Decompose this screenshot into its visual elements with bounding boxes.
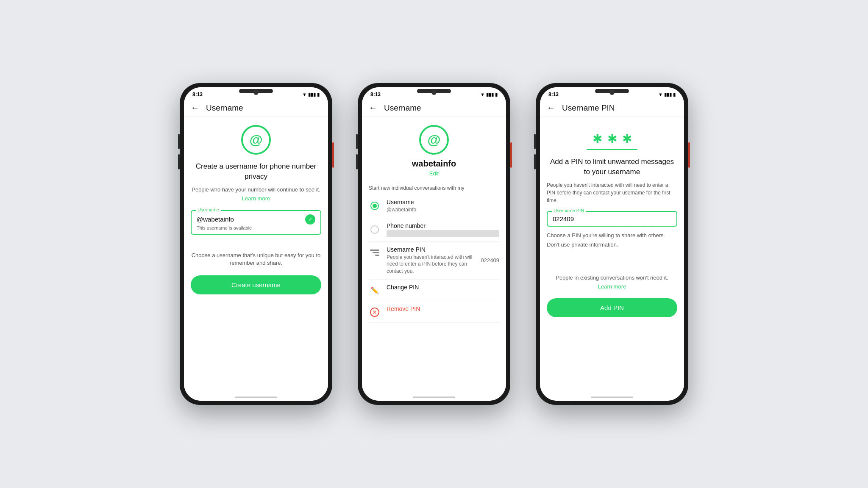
status-icons-2: ▼ ▮▮▮ ▮ <box>480 92 498 97</box>
username-input-label: Username <box>196 207 221 212</box>
setting-name-phone: Phone number <box>387 222 499 229</box>
pencil-icon: ✏️ <box>369 285 381 297</box>
setting-name-username: Username <box>387 199 499 205</box>
phone-2: 8:13 ▼ ▮▮▮ ▮ ← Username @ wabetainfo Edi… <box>358 83 510 405</box>
screen-subtitle-1: People who have your number will continu… <box>191 186 321 194</box>
setting-desc-phone: +● ●●●●● ●●● <box>387 230 499 237</box>
time-3: 8:13 <box>548 92 559 97</box>
pin-star-1: ✱ <box>593 132 602 146</box>
dots-icon <box>370 250 379 256</box>
battery-icon-3: ▮ <box>673 92 676 97</box>
app-title-1: Username <box>206 103 243 113</box>
pin-input-group: Username PIN 022409 <box>547 211 677 227</box>
battery-icon-1: ▮ <box>317 92 320 97</box>
app-title-3: Username PIN <box>562 103 615 113</box>
radio-outer-phone <box>370 225 379 234</box>
home-indicator-2 <box>362 394 506 401</box>
status-icons-3: ▼ ▮▮▮ ▮ <box>658 92 676 97</box>
setting-remove-pin[interactable]: ✕ Remove PIN <box>369 301 499 323</box>
profile-username: wabetainfo <box>412 159 456 169</box>
time-2: 8:13 <box>370 92 381 97</box>
screen-content-2: @ wabetainfo Edit Start new individual c… <box>362 116 506 394</box>
phone-1: 8:13 ▼ ▮▮▮ ▮ ← Username @ Create a usern… <box>180 83 332 405</box>
pin-input-row: 022409 <box>553 215 671 222</box>
pin-input-value[interactable]: 022409 <box>553 215 574 222</box>
back-button-2[interactable]: ← <box>369 103 377 113</box>
pin-icon <box>369 247 381 259</box>
pencil-symbol: ✏️ <box>370 286 379 294</box>
username-input-row: @wabetainfo ✓ <box>197 214 315 225</box>
setting-name-remove-pin: Remove PIN <box>387 305 499 312</box>
create-username-button[interactable]: Create username <box>191 275 321 294</box>
remove-icon: ✕ <box>370 308 379 317</box>
learn-more-link-1[interactable]: Learn more <box>191 195 321 202</box>
screen-title-1: Create a username for phone number priva… <box>191 161 321 182</box>
at-symbol-1: @ <box>241 125 271 155</box>
setting-pin-info: Username PIN People you haven't interact… <box>369 242 499 280</box>
pin-asterisks: ✱ ✱ ✱ <box>547 132 677 146</box>
home-bar-1 <box>235 396 277 398</box>
setting-pin-value: 022409 <box>481 257 499 263</box>
signal-icon-3: ▮▮▮ <box>664 92 672 97</box>
pin-star-2: ✱ <box>607 132 617 146</box>
profile-section: @ wabetainfo Edit <box>369 125 499 177</box>
pin-subtitle: People you haven't interacted with will … <box>547 181 677 204</box>
radio-outer-username <box>370 202 379 210</box>
home-indicator-1 <box>184 394 328 401</box>
back-button-1[interactable]: ← <box>191 103 199 113</box>
setting-text-phone: Phone number +● ●●●●● ●●● <box>387 222 499 237</box>
setting-text-username: Username @wabetainfo <box>387 199 499 214</box>
pin-hint-1: Choose a PIN you're willing to share wit… <box>547 232 677 239</box>
home-indicator-3 <box>540 394 684 401</box>
radio-inner-username <box>373 204 377 208</box>
username-input-group: Username @wabetainfo ✓ This username is … <box>191 210 321 235</box>
wifi-icon-1: ▼ <box>302 92 307 97</box>
phone-3: 8:13 ▼ ▮▮▮ ▮ ← Username PIN ✱ ✱ ✱ Add a … <box>536 83 688 405</box>
wifi-icon-3: ▼ <box>658 92 663 97</box>
phone-3-screen: 8:13 ▼ ▮▮▮ ▮ ← Username PIN ✱ ✱ ✱ Add a … <box>540 87 684 401</box>
bottom-note-3: People in existing conversations won't n… <box>547 274 677 282</box>
home-bar-3 <box>591 396 633 398</box>
pin-hint-2: Don't use private information. <box>547 241 677 249</box>
status-icons-1: ▼ ▮▮▮ ▮ <box>302 92 320 97</box>
username-input-value[interactable]: @wabetainfo <box>197 216 234 223</box>
phone-2-screen: 8:13 ▼ ▮▮▮ ▮ ← Username @ wabetainfo Edi… <box>362 87 506 401</box>
setting-change-pin[interactable]: ✏️ Change PIN <box>369 280 499 301</box>
at-symbol-2: @ <box>419 125 449 155</box>
wifi-icon-2: ▼ <box>480 92 485 97</box>
phone-1-screen: 8:13 ▼ ▮▮▮ ▮ ← Username @ Create a usern… <box>184 87 328 401</box>
setting-text-remove-pin: Remove PIN <box>387 305 499 312</box>
setting-desc-pin: People you haven't interacted with will … <box>387 254 475 275</box>
radio-icon-phone <box>369 223 381 235</box>
status-bar-2: 8:13 ▼ ▮▮▮ ▮ <box>362 87 506 100</box>
status-bar-1: 8:13 ▼ ▮▮▮ ▮ <box>184 87 328 100</box>
setting-username-radio[interactable]: Username @wabetainfo <box>369 194 499 218</box>
time-1: 8:13 <box>192 92 203 97</box>
app-bar-3: ← Username PIN <box>540 100 684 116</box>
signal-icon-1: ▮▮▮ <box>308 92 316 97</box>
edit-link[interactable]: Edit <box>429 170 439 177</box>
status-bar-3: 8:13 ▼ ▮▮▮ ▮ <box>540 87 684 100</box>
pin-input-label: Username PIN <box>552 208 586 213</box>
setting-phone-radio[interactable]: Phone number +● ●●●●● ●●● <box>369 218 499 242</box>
setting-desc-username: @wabetainfo <box>387 206 499 214</box>
signal-icon-2: ▮▮▮ <box>486 92 494 97</box>
username-input-hint: This username is available <box>197 225 315 230</box>
section-label: Start new individual conversations with … <box>369 185 499 191</box>
app-bar-2: ← Username <box>362 100 506 116</box>
setting-text-pin: Username PIN People you haven't interact… <box>387 246 475 275</box>
remove-icon-container: ✕ <box>369 306 381 318</box>
at-icon-container-1: @ <box>191 125 321 155</box>
add-pin-button[interactable]: Add PIN <box>547 298 677 317</box>
radio-icon-username <box>369 200 381 211</box>
setting-name-change-pin: Change PIN <box>387 284 499 291</box>
pin-title: Add a PIN to limit unwanted messages to … <box>547 157 677 177</box>
screen-content-1: @ Create a username for phone number pri… <box>184 116 328 394</box>
bottom-hint-1: Choose a username that's unique but easy… <box>191 252 321 267</box>
setting-name-pin: Username PIN <box>387 246 475 253</box>
check-icon-1: ✓ <box>305 214 315 225</box>
app-title-2: Username <box>384 103 421 113</box>
learn-more-link-3[interactable]: Learn more <box>547 283 677 290</box>
back-button-3[interactable]: ← <box>547 103 555 113</box>
pin-star-3: ✱ <box>622 132 632 146</box>
